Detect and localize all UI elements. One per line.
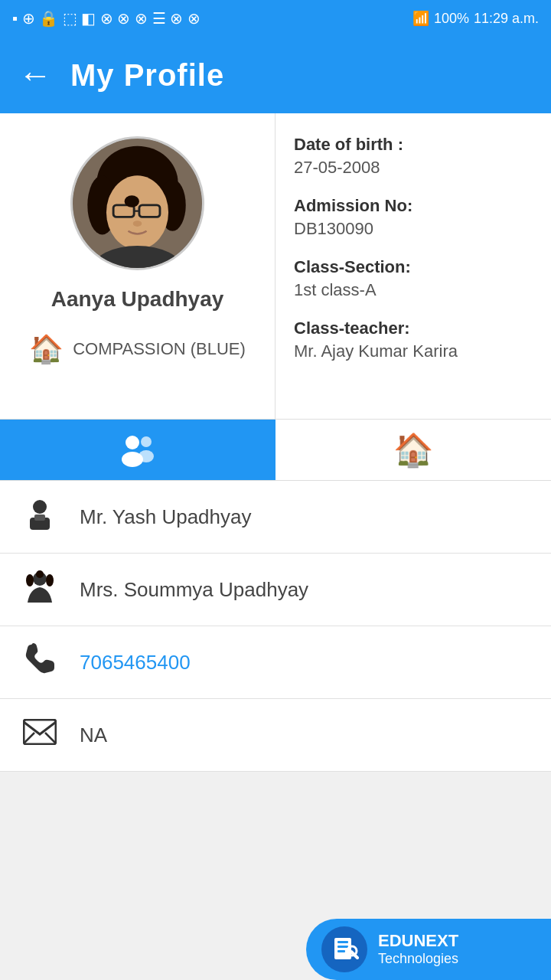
mother-name: Mrs. Soummya Upadhyay bbox=[80, 578, 308, 602]
brand-sub: Technologies bbox=[378, 951, 458, 968]
svg-point-15 bbox=[33, 500, 47, 514]
svg-point-19 bbox=[36, 570, 44, 578]
tab-family[interactable] bbox=[0, 420, 276, 480]
avatar bbox=[70, 136, 204, 270]
dob-label: Date of birth : bbox=[294, 135, 533, 155]
email-value: NA bbox=[80, 724, 107, 747]
svg-point-21 bbox=[46, 574, 54, 586]
profile-right: Date of birth : 27-05-2008 Admission No:… bbox=[276, 113, 551, 419]
svg-rect-22 bbox=[24, 720, 56, 744]
class-section-label: Class-Section: bbox=[294, 257, 533, 277]
brand-text: EDUNEXT Technologies bbox=[378, 931, 458, 968]
brand-logo bbox=[321, 926, 367, 972]
family-list: Mr. Yash Upadhyay Mrs. Soummya Upadhyay … bbox=[0, 481, 551, 772]
father-icon bbox=[21, 498, 58, 537]
app-bar: ← My Profile bbox=[0, 37, 551, 113]
mother-icon bbox=[21, 570, 58, 609]
status-bar: ▪ ⊕ 🔒 ⬚ ◧ ⊗ ⊗ ⊗ ☰ ⊗ ⊗ 📶 100% 11:29 a.m. bbox=[0, 0, 551, 37]
dob-item: Date of birth : 27-05-2008 bbox=[294, 135, 533, 178]
svg-rect-28 bbox=[337, 950, 345, 952]
page-title: My Profile bbox=[70, 58, 224, 93]
admission-item: Admission No: DB130090 bbox=[294, 196, 533, 239]
back-button[interactable]: ← bbox=[18, 58, 52, 92]
svg-line-24 bbox=[45, 733, 56, 743]
profile-section: Aanya Upadhyay 🏠 COMPASSION (BLUE) Date … bbox=[0, 113, 551, 420]
svg-rect-27 bbox=[337, 946, 348, 948]
battery-level: 100% bbox=[434, 11, 469, 27]
email-item: NA bbox=[0, 699, 551, 772]
mother-item: Mrs. Soummya Upadhyay bbox=[0, 554, 551, 626]
svg-point-8 bbox=[133, 220, 142, 227]
phone-number[interactable]: 7065465400 bbox=[80, 651, 191, 675]
tab-home[interactable]: 🏠 bbox=[276, 420, 551, 480]
profile-left: Aanya Upadhyay 🏠 COMPASSION (BLUE) bbox=[0, 113, 276, 419]
svg-rect-26 bbox=[337, 941, 348, 943]
email-icon bbox=[21, 719, 58, 752]
svg-point-14 bbox=[139, 450, 154, 462]
status-bar-left: ▪ ⊕ 🔒 ⬚ ◧ ⊗ ⊗ ⊗ ☰ ⊗ ⊗ bbox=[12, 9, 201, 28]
class-section-item: Class-Section: 1st class-A bbox=[294, 257, 533, 300]
father-item: Mr. Yash Upadhyay bbox=[0, 481, 551, 554]
svg-point-11 bbox=[126, 436, 139, 449]
class-teacher-label: Class-teacher: bbox=[294, 318, 533, 338]
phone-item: 7065465400 bbox=[0, 626, 551, 699]
admission-label: Admission No: bbox=[294, 196, 533, 216]
admission-value: DB130090 bbox=[294, 219, 533, 239]
svg-rect-17 bbox=[34, 514, 45, 521]
svg-line-23 bbox=[24, 733, 34, 743]
house-icon: 🏠 bbox=[29, 333, 64, 365]
svg-point-13 bbox=[141, 436, 152, 447]
class-teacher-item: Class-teacher: Mr. Ajay Kumar Karira bbox=[294, 318, 533, 361]
father-name: Mr. Yash Upadhyay bbox=[80, 505, 252, 529]
brand-bar: EDUNEXT Technologies bbox=[306, 919, 551, 980]
phone-icon bbox=[21, 643, 58, 682]
student-name: Aanya Upadhyay bbox=[51, 287, 224, 312]
brand-name: EDUNEXT bbox=[378, 931, 458, 951]
class-section-value: 1st class-A bbox=[294, 280, 533, 300]
dob-value: 27-05-2008 bbox=[294, 158, 533, 178]
house-row: 🏠 COMPASSION (BLUE) bbox=[29, 333, 246, 365]
status-icons: ▪ ⊕ 🔒 ⬚ ◧ ⊗ ⊗ ⊗ ☰ ⊗ ⊗ bbox=[12, 9, 201, 28]
house-label: COMPASSION (BLUE) bbox=[73, 339, 246, 359]
home-tab-icon: 🏠 bbox=[393, 431, 433, 469]
svg-point-20 bbox=[26, 574, 34, 586]
tab-bar: 🏠 bbox=[0, 420, 551, 481]
clock: 11:29 a.m. bbox=[474, 11, 539, 27]
svg-point-10 bbox=[125, 195, 139, 207]
status-bar-right: 📶 100% 11:29 a.m. bbox=[412, 10, 539, 27]
wifi-icon: 📶 bbox=[412, 10, 429, 27]
class-teacher-value: Mr. Ajay Kumar Karira bbox=[294, 341, 533, 361]
